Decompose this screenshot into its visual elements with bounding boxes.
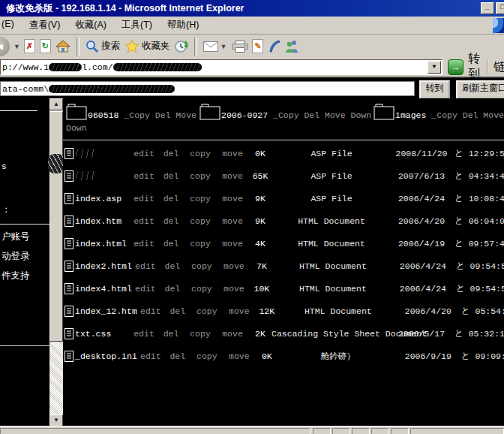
copy-link[interactable]: copy bbox=[191, 306, 223, 316]
messenger-icon[interactable] bbox=[285, 40, 299, 53]
folder-icon[interactable] bbox=[200, 103, 220, 121]
scrollbar-track[interactable] bbox=[50, 342, 63, 414]
move-link[interactable]: move bbox=[216, 171, 249, 181]
copy-link[interactable]: copy bbox=[184, 171, 216, 181]
file-name[interactable]: index.asp bbox=[75, 194, 122, 203]
discuss-quill-icon[interactable] bbox=[268, 40, 280, 53]
search-button[interactable]: 搜索 bbox=[86, 40, 120, 53]
delete-link[interactable]: del bbox=[164, 351, 191, 361]
move-link[interactable]: move bbox=[218, 261, 250, 271]
maximize-button[interactable]: □ bbox=[496, 2, 504, 14]
copy-link[interactable]: copy bbox=[184, 239, 216, 249]
move-link[interactable]: move bbox=[216, 216, 249, 226]
move-link[interactable]: move bbox=[218, 284, 250, 294]
address-input[interactable]: p://www.1l.com/ ▼ bbox=[0, 59, 442, 75]
stop-icon[interactable]: ✗ bbox=[24, 39, 35, 53]
move-link[interactable]: move bbox=[216, 149, 249, 158]
history-icon[interactable] bbox=[174, 39, 188, 53]
edit-link[interactable]: edit bbox=[130, 329, 158, 339]
delete-link[interactable]: del bbox=[164, 306, 191, 316]
edit-link[interactable]: edit bbox=[130, 194, 158, 203]
vertical-scrollbar[interactable]: ▲ ▼ bbox=[50, 98, 63, 426]
scroll-down-button[interactable]: ▼ bbox=[50, 414, 63, 426]
delete-link[interactable]: del bbox=[158, 216, 184, 226]
edit-page-icon[interactable]: ✎ bbox=[252, 39, 263, 53]
folder-icon[interactable] bbox=[374, 103, 394, 121]
scrollbar-thumb[interactable] bbox=[50, 111, 63, 342]
file-name[interactable]: index4.html bbox=[75, 284, 132, 294]
copy-link[interactable]: copy bbox=[184, 149, 216, 158]
file-size: 0K bbox=[249, 149, 272, 158]
address-dropdown-button[interactable]: ▼ bbox=[428, 61, 441, 74]
delete-link[interactable]: del bbox=[158, 239, 184, 249]
delete-link[interactable]: del bbox=[159, 261, 186, 271]
move-link[interactable]: move bbox=[216, 329, 249, 339]
delete-link[interactable]: del bbox=[158, 329, 184, 339]
file-name[interactable]: index_12.htm bbox=[75, 306, 137, 316]
folder-name[interactable]: 2006-0927 bbox=[221, 110, 268, 120]
menu-item[interactable]: (E) bbox=[0, 19, 22, 32]
delete-link[interactable]: del bbox=[158, 149, 184, 158]
table-row: index.html edit del copy move 4K HTML Do… bbox=[63, 232, 504, 255]
table-row: _desktop.ini edit del copy move 0K 舱鈐硛） … bbox=[63, 345, 504, 367]
path-input[interactable]: ata-comm\ bbox=[0, 81, 415, 96]
move-link[interactable]: move bbox=[216, 239, 249, 249]
copy-link[interactable]: copy bbox=[186, 284, 218, 294]
file-name[interactable]: index2.html bbox=[75, 261, 132, 271]
file-time: と 06:04:04 bbox=[454, 215, 504, 227]
back-dropdown-icon[interactable]: ▼ bbox=[14, 43, 20, 50]
edit-link[interactable]: edit bbox=[130, 239, 158, 249]
delete-link[interactable]: del bbox=[159, 284, 186, 294]
file-date: 2006/4/19 bbox=[392, 239, 452, 249]
file-name[interactable]: index.htm bbox=[75, 216, 122, 226]
scroll-up-button[interactable]: ▲ bbox=[50, 98, 63, 110]
folder-name[interactable]: images bbox=[395, 110, 426, 120]
file-name[interactable]: txt.css bbox=[75, 329, 111, 339]
folder-entry: images _Copy Del Move Down bbox=[374, 103, 504, 134]
edit-link[interactable]: edit bbox=[137, 351, 164, 361]
delete-link[interactable]: del bbox=[158, 194, 184, 203]
edit-link[interactable]: edit bbox=[132, 284, 159, 294]
delete-link[interactable]: del bbox=[158, 171, 184, 181]
mail-button[interactable]: ▼ bbox=[203, 41, 228, 52]
go-arrow-icon[interactable]: → bbox=[448, 59, 464, 75]
file-name[interactable]: index.html bbox=[75, 239, 127, 249]
folder-actions[interactable]: _Copy Del Move Down bbox=[431, 110, 504, 120]
move-link[interactable]: move bbox=[216, 194, 249, 203]
menu-item[interactable]: 收藏(A) bbox=[68, 19, 115, 32]
edit-link[interactable]: edit bbox=[130, 171, 158, 181]
sidebar-link-login[interactable]: 动登录 bbox=[2, 250, 30, 263]
folder-name[interactable]: 060518 bbox=[88, 110, 118, 120]
file-type: 舱鈐硛） bbox=[278, 351, 398, 362]
edit-link[interactable]: edit bbox=[130, 216, 158, 226]
edit-link[interactable]: edit bbox=[130, 149, 158, 158]
home-icon[interactable] bbox=[56, 40, 70, 53]
form-go-button[interactable]: 转到 bbox=[419, 80, 450, 99]
file-name[interactable]: _desktop.ini bbox=[75, 351, 137, 361]
sidebar-link-account[interactable]: 户账号 bbox=[2, 231, 30, 243]
print-icon[interactable] bbox=[232, 41, 248, 53]
menu-item[interactable]: 查看(V) bbox=[22, 19, 69, 32]
menu-item[interactable]: 工具(T) bbox=[115, 19, 160, 32]
move-link[interactable]: move bbox=[223, 351, 256, 361]
refresh-icon[interactable]: ↻ bbox=[40, 39, 51, 53]
folder-row: 060518 _Copy Del Move Down 2006-0927 _Co… bbox=[63, 98, 504, 134]
menu-item[interactable]: 帮助(H) bbox=[160, 19, 207, 32]
minimize-button[interactable]: _ bbox=[481, 2, 494, 14]
copy-link[interactable]: copy bbox=[184, 329, 216, 339]
sidebar-link-support[interactable]: 件支持 bbox=[2, 270, 30, 282]
back-button[interactable]: ◄ bbox=[0, 37, 10, 56]
copy-link[interactable]: copy bbox=[186, 261, 218, 271]
copy-link[interactable]: copy bbox=[184, 194, 216, 203]
file-type: HTML Document bbox=[273, 284, 393, 294]
edit-link[interactable]: edit bbox=[132, 261, 159, 271]
edit-link[interactable]: edit bbox=[137, 306, 164, 316]
refresh-main-window-button[interactable]: 刷新主窗口 bbox=[456, 80, 504, 99]
copy-link[interactable]: copy bbox=[184, 216, 216, 226]
toolbar-separator bbox=[76, 38, 80, 56]
folder-icon[interactable] bbox=[66, 103, 87, 121]
favorites-button[interactable]: 收藏夹 bbox=[124, 39, 170, 53]
copy-link[interactable]: copy bbox=[191, 351, 223, 361]
folder-actions[interactable]: _Copy Del Move Down bbox=[273, 110, 371, 120]
move-link[interactable]: move bbox=[223, 306, 256, 316]
